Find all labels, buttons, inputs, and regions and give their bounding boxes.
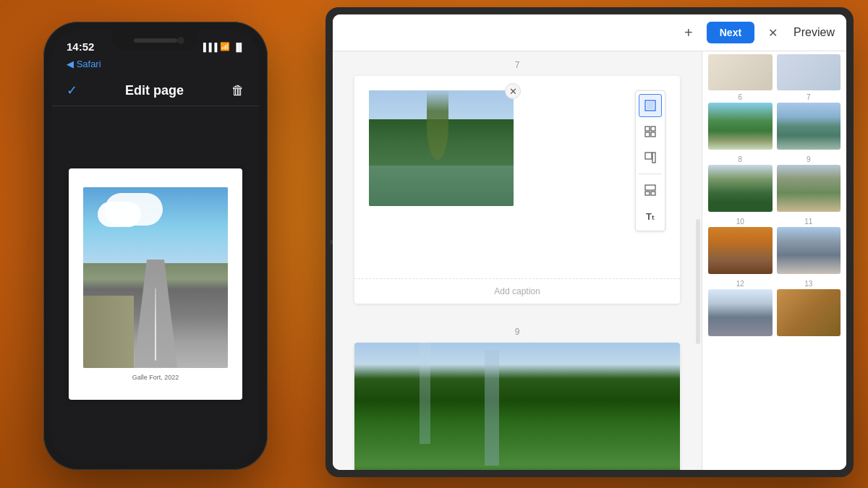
sky-gap [485,350,499,466]
thumb-label-8: 8 [708,155,773,163]
tool-photo-text[interactable] [639,146,662,169]
thumb-top-1[interactable] [708,54,773,90]
add-button[interactable]: + [678,22,699,43]
thumb-13[interactable] [777,289,841,336]
svg-rect-4 [645,132,650,137]
page9-photo [354,343,680,470]
phone-content: Galle Fort, 2022 [52,106,259,461]
thumb-label-12: 12 [708,280,773,288]
thumb-label-13: 13 [777,280,841,288]
thumb-labels-10-11: 10 11 [708,218,841,226]
phone-nav-bar: ✓ Edit page 🗑 [52,75,259,106]
phone-photo[interactable] [83,187,228,368]
thumb-label-7: 7 [777,93,841,101]
tablet-device: + Next ✕ Preview 7 [326,7,854,477]
thumb-pair-8-9 [708,165,841,212]
thumb-9[interactable] [777,165,841,212]
tablet-main-area: 7 ✕ [333,51,846,470]
phone-time: 14:52 [67,40,94,53]
safari-back-label: Safari [77,59,101,69]
editor-page-9[interactable] [354,343,680,470]
thumb-6[interactable] [708,103,773,150]
svg-rect-3 [651,127,655,131]
phone-safari-bar: ◀ Safari [52,56,259,75]
tool-divider [639,174,662,174]
phone-edit-page-title: Edit page [125,83,184,98]
phone-notch [112,30,199,51]
multi-photo-icon [644,126,656,137]
thumb-labels-6-7: 6 7 [708,93,841,101]
tool-text[interactable]: Tₜ [639,205,662,228]
editing-photo-lake[interactable] [369,90,514,206]
thumb-label-9: 9 [777,155,841,163]
back-chevron-icon: ◀ [67,59,77,69]
tool-layout[interactable] [639,179,662,202]
trees-up-photo [354,343,680,470]
thumb-pair-10-11 [708,227,841,274]
sky-gap2 [420,343,430,444]
photo-wall [83,296,134,368]
single-photo-icon [644,100,656,111]
editing-photo-container: ✕ [369,90,514,206]
phone-device: 14:52 ▐▐▐ 📶 ▐▌ ◀ Safari ✓ Edit page 🗑 [43,22,268,470]
thumb-labels-8-9: 8 9 [708,155,841,163]
phone-page-card: Galle Fort, 2022 [69,168,242,400]
caption-placeholder[interactable]: Add caption [354,278,680,304]
lake-water [369,166,514,206]
tablet-toolbar: + Next ✕ Preview [333,14,846,51]
svg-rect-5 [651,132,655,137]
page-9-number: 9 [354,318,680,343]
tool-multi-photo[interactable] [639,120,662,143]
tablet-screen: + Next ✕ Preview 7 [333,14,846,470]
next-button[interactable]: Next [707,22,754,43]
phone-screen: 14:52 ▐▐▐ 📶 ▐▌ ◀ Safari ✓ Edit page 🗑 [52,30,259,461]
lake-moss [427,90,448,160]
thumb-top-row [708,54,841,90]
tool-single-photo[interactable] [639,94,662,117]
photo-remove-button[interactable]: ✕ [505,83,521,99]
svg-rect-9 [645,192,650,195]
editor-page-7[interactable]: ✕ [354,76,680,304]
text-tool-icon: Tₜ [646,211,655,222]
thumb-labels-12-13: 12 13 [708,280,841,288]
svg-rect-1 [647,102,654,109]
phone-speaker [134,38,177,43]
thumb-top-2[interactable] [777,54,841,90]
svg-rect-8 [645,185,655,190]
thumb-12[interactable] [708,289,773,336]
phone-status-icons: ▐▐▐ 📶 ▐▌ [200,42,244,51]
thumb-11[interactable] [777,227,841,274]
photo-text-icon [644,152,656,163]
photo-cloud2 [98,202,141,227]
layout-icon [644,184,656,196]
tablet-editor-panel: 7 ✕ [333,51,702,470]
thumb-8[interactable] [708,165,773,212]
phone-photo-caption: Galle Fort, 2022 [132,374,179,381]
thumb-label-10: 10 [708,218,773,226]
thumb-10[interactable] [708,227,773,274]
tablet-body: + Next ✕ Preview 7 [326,7,854,477]
preview-label: Preview [793,26,835,39]
thumb-label-6: 6 [708,93,773,101]
editing-tools-panel: Tₜ [635,90,665,231]
battery-icon: ▐▌ [233,43,244,51]
thumb-7[interactable] [777,103,841,150]
tablet-thumbnails-panel: 6 7 8 9 [702,51,846,470]
tablet-scrollbar[interactable] [696,219,700,345]
page-7-number: 7 [354,51,680,76]
phone-trash-button[interactable]: 🗑 [231,83,244,98]
wifi-icon: 📶 [220,42,230,51]
svg-rect-7 [652,153,655,163]
page7-content: ✕ [354,76,680,278]
phone-check-button[interactable]: ✓ [67,82,77,98]
signal-icon: ▐▐▐ [200,43,217,51]
svg-rect-2 [645,127,650,131]
close-button[interactable]: ✕ [762,22,783,43]
thumb-label-11: 11 [777,218,841,226]
thumb-pair-6-7 [708,103,841,150]
thumb-pair-12-13 [708,289,841,336]
svg-rect-6 [645,153,652,159]
phone-body: 14:52 ▐▐▐ 📶 ▐▌ ◀ Safari ✓ Edit page 🗑 [43,22,268,470]
phone-front-camera [177,37,184,44]
svg-rect-10 [651,192,655,195]
